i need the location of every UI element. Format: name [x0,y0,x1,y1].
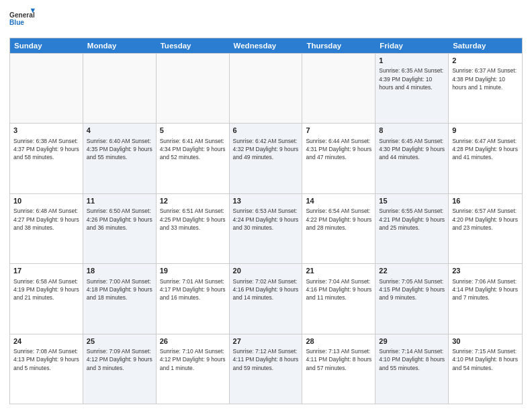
logo-svg: General Blue [9,7,35,32]
cal-cell: 18Sunrise: 7:00 AM Sunset: 4:18 PM Dayli… [83,264,157,333]
day-info: Sunrise: 6:54 AM Sunset: 4:22 PM Dayligh… [306,207,371,232]
day-info: Sunrise: 6:55 AM Sunset: 4:21 PM Dayligh… [379,207,445,232]
day-info: Sunrise: 7:00 AM Sunset: 4:18 PM Dayligh… [87,277,152,302]
header: General Blue [9,7,523,32]
day-info: Sunrise: 6:58 AM Sunset: 4:19 PM Dayligh… [13,277,79,302]
day-number: 22 [379,266,445,276]
day-number: 4 [87,126,152,136]
cal-cell: 29Sunrise: 7:14 AM Sunset: 4:10 PM Dayli… [375,334,449,404]
calendar-body: 1Sunrise: 6:35 AM Sunset: 4:39 PM Daylig… [10,53,522,404]
day-info: Sunrise: 6:40 AM Sunset: 4:35 PM Dayligh… [87,137,152,162]
day-info: Sunrise: 6:53 AM Sunset: 4:24 PM Dayligh… [233,207,299,232]
day-info: Sunrise: 7:15 AM Sunset: 4:10 PM Dayligh… [452,347,519,372]
day-number: 27 [233,336,299,347]
day-number: 21 [306,266,371,276]
cal-header-saturday: Saturday [449,38,522,53]
day-info: Sunrise: 6:37 AM Sunset: 4:38 PM Dayligh… [452,66,519,91]
calendar-header-row: SundayMondayTuesdayWednesdayThursdayFrid… [10,38,522,53]
day-info: Sunrise: 6:47 AM Sunset: 4:28 PM Dayligh… [452,137,519,162]
day-info: Sunrise: 7:06 AM Sunset: 4:14 PM Dayligh… [452,277,519,302]
day-info: Sunrise: 7:09 AM Sunset: 4:12 PM Dayligh… [87,347,152,372]
cal-cell [302,54,375,123]
cal-cell: 10Sunrise: 6:48 AM Sunset: 4:27 PM Dayli… [10,194,83,263]
day-info: Sunrise: 6:41 AM Sunset: 4:34 PM Dayligh… [160,137,226,162]
cal-cell: 17Sunrise: 6:58 AM Sunset: 4:19 PM Dayli… [10,264,83,333]
svg-text:Blue: Blue [9,19,24,26]
day-info: Sunrise: 6:50 AM Sunset: 4:26 PM Dayligh… [87,207,152,232]
day-number: 7 [306,126,371,136]
cal-cell: 1Sunrise: 6:35 AM Sunset: 4:39 PM Daylig… [375,54,449,123]
cal-cell: 9Sunrise: 6:47 AM Sunset: 4:28 PM Daylig… [449,124,522,193]
cal-cell: 14Sunrise: 6:54 AM Sunset: 4:22 PM Dayli… [302,194,375,263]
day-info: Sunrise: 6:48 AM Sunset: 4:27 PM Dayligh… [13,207,79,232]
day-number: 20 [233,266,299,276]
calendar: SundayMondayTuesdayWednesdayThursdayFrid… [9,38,523,404]
cal-header-wednesday: Wednesday [230,38,303,53]
day-number: 14 [306,196,371,206]
day-info: Sunrise: 7:05 AM Sunset: 4:15 PM Dayligh… [379,277,445,302]
cal-cell: 24Sunrise: 7:08 AM Sunset: 4:13 PM Dayli… [10,334,83,404]
day-info: Sunrise: 7:02 AM Sunset: 4:16 PM Dayligh… [233,277,299,302]
cal-cell: 4Sunrise: 6:40 AM Sunset: 4:35 PM Daylig… [83,124,157,193]
cal-cell: 15Sunrise: 6:55 AM Sunset: 4:21 PM Dayli… [375,194,449,263]
cal-cell: 16Sunrise: 6:57 AM Sunset: 4:20 PM Dayli… [449,194,522,263]
cal-cell: 26Sunrise: 7:10 AM Sunset: 4:12 PM Dayli… [157,334,230,404]
cal-header-thursday: Thursday [302,38,375,53]
cal-week-4: 17Sunrise: 6:58 AM Sunset: 4:19 PM Dayli… [10,263,522,333]
day-info: Sunrise: 7:14 AM Sunset: 4:10 PM Dayligh… [379,347,445,372]
cal-week-2: 3Sunrise: 6:38 AM Sunset: 4:37 PM Daylig… [10,123,522,193]
cal-cell [10,54,83,123]
cal-week-5: 24Sunrise: 7:08 AM Sunset: 4:13 PM Dayli… [10,334,522,404]
cal-cell: 19Sunrise: 7:01 AM Sunset: 4:17 PM Dayli… [157,264,230,333]
day-number: 24 [13,336,79,347]
day-info: Sunrise: 6:45 AM Sunset: 4:30 PM Dayligh… [379,137,445,162]
cal-cell: 28Sunrise: 7:13 AM Sunset: 4:11 PM Dayli… [302,334,375,404]
day-number: 30 [452,336,519,347]
day-number: 28 [306,336,371,347]
day-info: Sunrise: 6:44 AM Sunset: 4:31 PM Dayligh… [306,137,371,162]
cal-cell: 8Sunrise: 6:45 AM Sunset: 4:30 PM Daylig… [375,124,449,193]
day-info: Sunrise: 7:04 AM Sunset: 4:16 PM Dayligh… [306,277,371,302]
day-info: Sunrise: 7:13 AM Sunset: 4:11 PM Dayligh… [306,347,371,372]
cal-cell: 6Sunrise: 6:42 AM Sunset: 4:32 PM Daylig… [230,124,303,193]
cal-cell [157,54,230,123]
day-number: 25 [87,336,152,347]
day-info: Sunrise: 7:10 AM Sunset: 4:12 PM Dayligh… [160,347,226,372]
cal-header-tuesday: Tuesday [157,38,230,53]
day-info: Sunrise: 6:35 AM Sunset: 4:39 PM Dayligh… [379,66,445,91]
day-number: 6 [233,126,299,136]
day-info: Sunrise: 7:08 AM Sunset: 4:13 PM Dayligh… [13,347,79,372]
day-info: Sunrise: 7:12 AM Sunset: 4:11 PM Dayligh… [233,347,299,372]
day-number: 29 [379,336,445,347]
cal-cell: 20Sunrise: 7:02 AM Sunset: 4:16 PM Dayli… [230,264,303,333]
day-number: 16 [452,196,519,206]
cal-cell [83,54,157,123]
day-number: 23 [452,266,519,276]
svg-text:General: General [9,11,35,19]
day-number: 19 [160,266,226,276]
cal-cell: 27Sunrise: 7:12 AM Sunset: 4:11 PM Dayli… [230,334,303,404]
day-info: Sunrise: 6:38 AM Sunset: 4:37 PM Dayligh… [13,137,79,162]
day-number: 26 [160,336,226,347]
cal-cell: 7Sunrise: 6:44 AM Sunset: 4:31 PM Daylig… [302,124,375,193]
cal-cell: 5Sunrise: 6:41 AM Sunset: 4:34 PM Daylig… [157,124,230,193]
day-number: 15 [379,196,445,206]
cal-cell: 21Sunrise: 7:04 AM Sunset: 4:16 PM Dayli… [302,264,375,333]
cal-header-friday: Friday [375,38,449,53]
cal-cell: 12Sunrise: 6:51 AM Sunset: 4:25 PM Dayli… [157,194,230,263]
cal-cell [230,54,303,123]
day-info: Sunrise: 6:57 AM Sunset: 4:20 PM Dayligh… [452,207,519,232]
cal-cell: 30Sunrise: 7:15 AM Sunset: 4:10 PM Dayli… [449,334,522,404]
cal-header-sunday: Sunday [10,38,83,53]
day-number: 5 [160,126,226,136]
cal-cell: 11Sunrise: 6:50 AM Sunset: 4:26 PM Dayli… [83,194,157,263]
page: General Blue SundayMondayTuesdayWednesda… [0,0,532,411]
day-info: Sunrise: 6:51 AM Sunset: 4:25 PM Dayligh… [160,207,226,232]
day-number: 17 [13,266,79,276]
day-number: 11 [87,196,152,206]
cal-cell: 2Sunrise: 6:37 AM Sunset: 4:38 PM Daylig… [449,54,522,123]
day-info: Sunrise: 6:42 AM Sunset: 4:32 PM Dayligh… [233,137,299,162]
cal-header-monday: Monday [83,38,157,53]
day-number: 3 [13,126,79,136]
cal-cell: 13Sunrise: 6:53 AM Sunset: 4:24 PM Dayli… [230,194,303,263]
